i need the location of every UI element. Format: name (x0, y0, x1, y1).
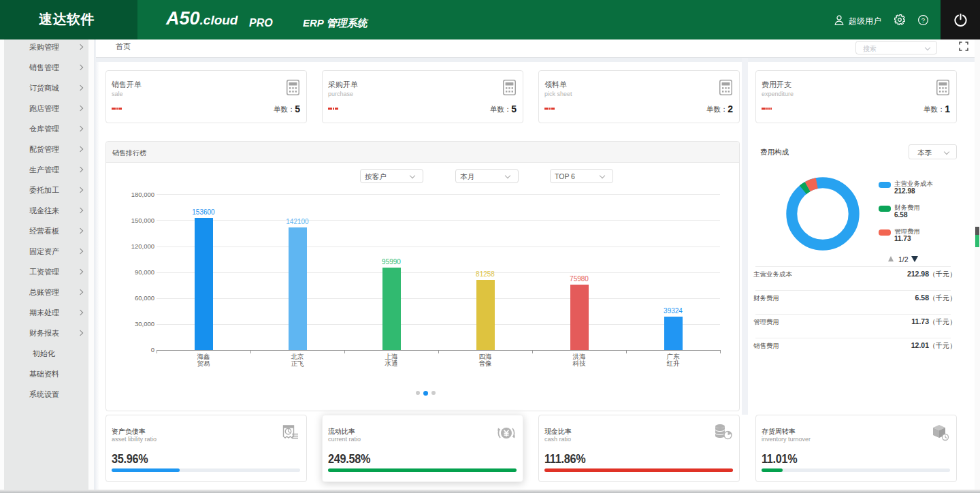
svg-text:?: ? (921, 16, 925, 24)
